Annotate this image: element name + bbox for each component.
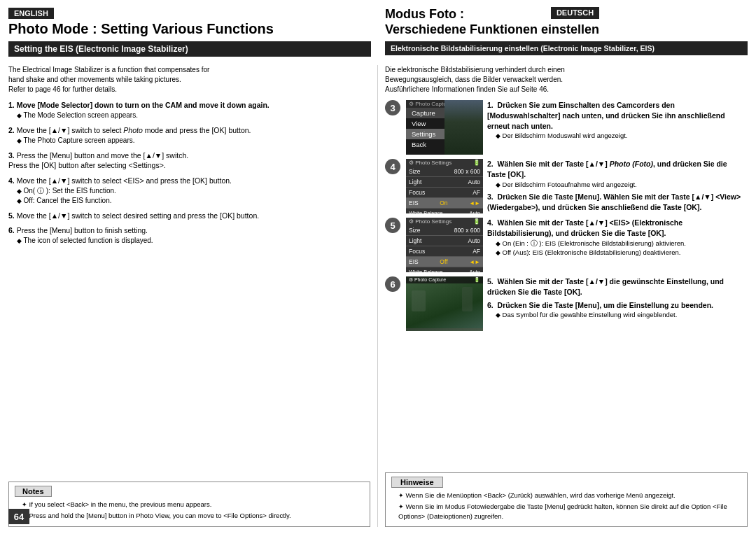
step-en-1: 1. Move [Mode Selector] down to turn on … xyxy=(8,100,370,120)
step-image-row-4: 4 ⚙ Photo Settings 🔋 Size800 x 600 Light… xyxy=(385,159,748,213)
step-en-6: 6. Press the [Menu] button to finish set… xyxy=(8,225,370,246)
step-en-3: 3. Press the [Menu] button and move the … xyxy=(8,150,370,171)
hinweise-box: Hinweise Wenn Sie die Menüoption <Back> … xyxy=(385,472,748,527)
step-circle-5: 5 xyxy=(385,218,400,233)
cam-screen-4: ⚙ Photo Settings 🔋 Size800 x 600 LightAu… xyxy=(406,159,483,213)
page-title-de: Modus Foto : DEUTSCH Verschiedene Funkti… xyxy=(385,7,599,37)
note-item-1: If you select <Back> in the menu, the pr… xyxy=(15,500,364,510)
step-image-row-3: 3 ⚙ Photo Capture 🔋 Capture View xyxy=(385,100,748,155)
note-item-2: Press and hold the [Menu] button in Phot… xyxy=(15,511,364,521)
hinweise-title: Hinweise xyxy=(391,477,443,488)
step-en-5: 5. Move the [▲/▼] switch to select desir… xyxy=(8,211,370,221)
hinweis-item-2: Wenn Sie im Modus Fotowiedergabe die Tas… xyxy=(391,502,741,521)
steps-de: 3 ⚙ Photo Capture 🔋 Capture View xyxy=(385,100,748,466)
english-badge: ENGLISH xyxy=(8,8,54,19)
cam-screen-6: ⚙ Photo Capture 🔋 xyxy=(406,276,483,331)
step-circle-6: 6 xyxy=(385,276,400,292)
cam-screen-3: ⚙ Photo Capture 🔋 Capture View Settings … xyxy=(406,100,483,155)
hinweis-item-1: Wenn Sie die Menüoption <Back> (Zurück) … xyxy=(391,491,741,500)
page-title-en: Photo Mode : Setting Various Functions xyxy=(8,20,371,37)
section-header-de: Elektronische Bildstabilisierung einstel… xyxy=(385,41,748,55)
step-circle-4: 4 xyxy=(385,159,400,174)
step-image-row-5: 5 ⚙ Photo Settings 🔋 Size800 x 600 Light… xyxy=(385,218,748,272)
step-image-row-6: 6 ⚙ Photo Capture 🔋 xyxy=(385,276,748,331)
intro-text-en: The Electrical Image Stabilizer is a fun… xyxy=(8,65,370,94)
step-circle-3: 3 xyxy=(385,100,400,115)
page-number: 64 xyxy=(8,509,29,524)
step-en-2: 2. Move the [▲/▼] switch to select Photo… xyxy=(8,125,370,146)
cam-screen-5: ⚙ Photo Settings 🔋 Size800 x 600 LightAu… xyxy=(406,218,483,272)
steps-en: 1. Move [Mode Selector] down to turn on … xyxy=(8,100,370,476)
section-header-en: Setting the EIS (Electronic Image Stabil… xyxy=(8,41,371,57)
deutsch-badge: DEUTSCH xyxy=(551,7,599,19)
step-en-4: 4. Move the [▲/▼] switch to select <EIS>… xyxy=(8,176,370,206)
notes-title: Notes xyxy=(15,486,52,497)
notes-box: Notes If you select <Back> in the menu, … xyxy=(8,482,370,527)
intro-text-de: Die elektronische Bildstabilisierung ver… xyxy=(385,65,748,94)
